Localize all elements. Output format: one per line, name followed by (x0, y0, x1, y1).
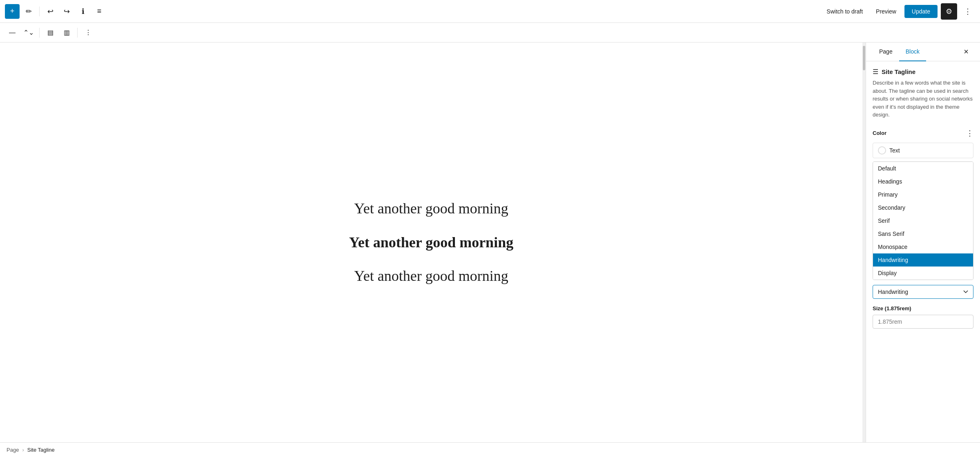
block-description: Describe in a few words what the site is… (873, 79, 973, 119)
align-center-icon: ▥ (64, 29, 70, 36)
switch-to-draft-button[interactable]: Switch to draft (822, 6, 868, 17)
font-item-secondary[interactable]: Secondary (873, 201, 973, 214)
size-input[interactable] (873, 315, 973, 329)
block-options-button[interactable]: ⋮ (81, 25, 96, 40)
settings-button[interactable]: ⚙ (941, 3, 957, 20)
top-toolbar: + ✏ ↩ ↪ ℹ ≡ Switch to draft Preview Upda… (0, 0, 980, 23)
color-section: Color ⋮ Text Default Headings Primary Se… (873, 129, 973, 299)
font-item-display[interactable]: Display (873, 267, 973, 280)
preview-button[interactable]: Preview (871, 6, 901, 17)
breadcrumb-page[interactable]: Page (7, 447, 19, 453)
breadcrumb-separator: › (22, 447, 24, 453)
tagline-line-1[interactable]: Yet another good morning (349, 198, 513, 219)
font-item-sans-serif[interactable]: Sans Serif (873, 227, 973, 240)
editor-content: Yet another good morning Yet another goo… (333, 43, 530, 442)
tools-button[interactable]: ✏ (21, 4, 36, 19)
align-center-button[interactable]: ▥ (59, 25, 74, 40)
size-label: Size (1.875rem) (873, 305, 973, 311)
sidebar-tabs: Page Block × (866, 43, 980, 61)
list-view-button[interactable]: ≡ (92, 4, 107, 19)
sidebar: Page Block × ☰ Site Tagline Describe in … (866, 43, 980, 442)
text-color-row[interactable]: Text (873, 143, 973, 158)
scroll-indicator[interactable] (862, 43, 866, 442)
tab-block[interactable]: Block (899, 43, 926, 61)
font-item-default[interactable]: Default (873, 162, 973, 175)
font-select[interactable]: Handwriting (873, 285, 973, 299)
toolbar-right: Switch to draft Preview Update ⚙ ⋮ (822, 3, 975, 20)
close-sidebar-button[interactable]: × (959, 45, 973, 59)
font-item-serif[interactable]: Serif (873, 214, 973, 227)
redo-button[interactable]: ↪ (59, 4, 74, 19)
scroll-thumb (863, 46, 865, 70)
up-down-button[interactable]: ⌃⌄ (21, 25, 36, 40)
main-area: Yet another good morning Yet another goo… (0, 43, 980, 442)
editor-area: Yet another good morning Yet another goo… (0, 43, 862, 442)
drag-handle-button[interactable]: — (5, 25, 20, 40)
sidebar-content: ☰ Site Tagline Describe in a few words w… (866, 61, 980, 442)
block-info-section: ☰ Site Tagline Describe in a few words w… (873, 68, 973, 119)
more-options-button[interactable]: ⋮ (960, 4, 975, 19)
block-toolbar: — ⌃⌄ ▤ ▥ ⋮ (0, 23, 980, 43)
arrows-icon: ⌃⌄ (23, 29, 34, 36)
text-color-label: Text (889, 147, 900, 154)
add-block-button[interactable]: + (5, 4, 20, 19)
separator-2 (39, 28, 40, 38)
tab-page[interactable]: Page (873, 43, 899, 61)
options-icon: ⋮ (85, 29, 91, 36)
tagline-line-3[interactable]: Yet another good morning (349, 266, 513, 286)
color-section-header: Color ⋮ (873, 129, 973, 138)
site-tagline-icon: ☰ (873, 68, 878, 76)
size-section: Size (1.875rem) (873, 305, 973, 329)
breadcrumb: Page › Site Tagline (0, 442, 980, 457)
block-title: Site Tagline (882, 68, 915, 75)
align-left-icon: ▤ (47, 29, 53, 36)
color-section-title: Color (873, 130, 886, 136)
font-item-handwriting[interactable]: Handwriting (873, 253, 973, 267)
undo-button[interactable]: ↩ (43, 4, 58, 19)
tagline-line-2[interactable]: Yet another good morning (349, 232, 513, 253)
font-dropdown-list: Default Headings Primary Secondary Serif… (873, 161, 973, 280)
breadcrumb-current: Site Tagline (27, 447, 55, 453)
update-button[interactable]: Update (904, 5, 938, 18)
color-more-button[interactable]: ⋮ (966, 129, 973, 138)
align-left-button[interactable]: ▤ (43, 25, 58, 40)
separator-1 (39, 7, 40, 16)
text-color-radio[interactable] (878, 146, 886, 155)
block-title-row: ☰ Site Tagline (873, 68, 973, 76)
font-item-monospace[interactable]: Monospace (873, 240, 973, 253)
drag-icon: — (9, 29, 16, 36)
separator-3 (77, 28, 78, 38)
font-item-primary[interactable]: Primary (873, 188, 973, 201)
font-select-row: Handwriting (873, 285, 973, 299)
font-item-headings[interactable]: Headings (873, 175, 973, 188)
info-button[interactable]: ℹ (76, 4, 90, 19)
